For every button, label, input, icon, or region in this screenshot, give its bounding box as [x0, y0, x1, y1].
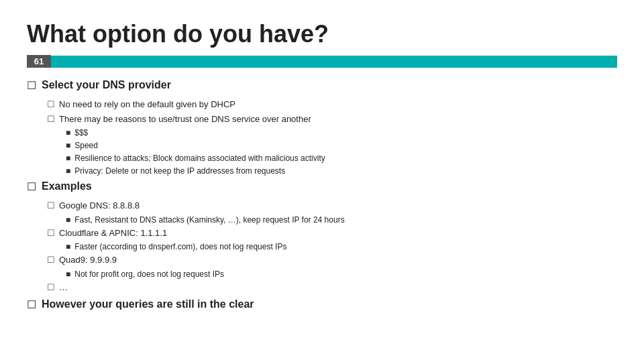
slide-title: What option do you have?: [27, 20, 617, 48]
section1-subitem1-bullet: ■: [66, 127, 70, 139]
section2-label: Examples: [42, 178, 92, 194]
section2-item2-subitem1-bullet: ■: [66, 241, 70, 253]
section1-subitem2-bullet: ■: [66, 139, 70, 152]
section2-item3-subitems: ■ Not for profit org, does not log reque…: [66, 268, 617, 280]
section1-subitem2-text: Speed: [74, 139, 98, 152]
section1-item1-bullet: ☐: [47, 98, 55, 111]
section2-item1-subitem1: ■ Fast, Resistant to DNS attacks (Kamins…: [66, 214, 617, 226]
section1-item1-text: No need to rely on the default given by …: [59, 98, 235, 111]
section2-bullet: ☐: [27, 179, 36, 195]
content-area: ☐ Select your DNS provider ☐ No need to …: [27, 77, 617, 313]
section2-items: ☐ Google DNS: 8.8.8.8 ■ Fast, Resistant …: [47, 199, 617, 294]
section1-subitem4-text: Privacy: Delete or not keep the IP addre…: [74, 165, 285, 177]
section2-item1-subitems: ■ Fast, Resistant to DNS attacks (Kamins…: [66, 214, 617, 226]
section2-item2-bullet: ☐: [47, 227, 55, 240]
section2-item1-subitem1-bullet: ■: [66, 214, 70, 226]
section2-item4: ☐ …: [47, 281, 617, 294]
section1-subitem4: ■ Privacy: Delete or not keep the IP add…: [66, 165, 617, 177]
section3-label: However your queries are still in the cl…: [42, 296, 254, 312]
section2-item2-text: Cloudflare & APNIC: 1.1.1.1: [59, 227, 167, 240]
section2-item3: ☐ Quad9: 9.9.9.9: [47, 253, 617, 267]
section2-item3-text: Quad9: 9.9.9.9: [59, 253, 117, 267]
section2-item2-subitems: ■ Faster (according to dnsperf.com), doe…: [66, 241, 617, 253]
teal-bar: [51, 56, 617, 68]
section1-item2-text: There may be reasons to use/trust one DN…: [59, 113, 311, 126]
section1-subitem1: ■ $$$: [66, 127, 617, 139]
section1-subitem3-bullet: ■: [66, 152, 70, 164]
slide-number: 61: [27, 55, 51, 68]
section2-item2-subitem1: ■ Faster (according to dnsperf.com), doe…: [66, 241, 617, 253]
section1-subitem3-text: Resilience to attacks; Block domains ass…: [74, 152, 325, 164]
section1-items: ☐ No need to rely on the default given b…: [47, 98, 617, 177]
section2-header: ☐ Examples: [27, 178, 617, 195]
section2-item2-subitem1-text: Faster (according to dnsperf.com), does …: [74, 241, 286, 253]
section2-item3-bullet: ☐: [47, 253, 55, 267]
section2-item3-subitem1-text: Not for profit org, does not log request…: [74, 268, 224, 280]
section1-subitem4-bullet: ■: [66, 165, 70, 177]
section1-subitem1-text: $$$: [74, 127, 88, 139]
section1-label: Select your DNS provider: [42, 77, 171, 93]
section2-item1-subitem1-text: Fast, Resistant to DNS attacks (Kaminsky…: [74, 214, 344, 226]
section2-item3-subitem1: ■ Not for profit org, does not log reque…: [66, 268, 617, 280]
section2-item1-bullet: ☐: [47, 199, 55, 213]
section1-item1: ☐ No need to rely on the default given b…: [47, 98, 617, 111]
slide: What option do you have? 61 ☐ Select you…: [0, 0, 644, 362]
section1-bullet: ☐: [27, 78, 36, 94]
section2-item4-text: …: [59, 281, 68, 294]
section1-item2: ☐ There may be reasons to use/trust one …: [47, 113, 617, 126]
section1-subitem3: ■ Resilience to attacks; Block domains a…: [66, 152, 617, 164]
section2-item1: ☐ Google DNS: 8.8.8.8: [47, 199, 617, 213]
section2-item1-text: Google DNS: 8.8.8.8: [59, 199, 140, 213]
section2-item4-bullet: ☐: [47, 281, 55, 294]
section1-subitem2: ■ Speed: [66, 139, 617, 152]
section2-item3-subitem1-bullet: ■: [66, 268, 70, 280]
section1-item2-subitems: ■ $$$ ■ Speed ■ Resilience to attacks; B…: [66, 127, 617, 177]
slide-number-bar: 61: [27, 55, 617, 68]
section3-bullet: ☐: [27, 297, 36, 313]
section2-item2: ☐ Cloudflare & APNIC: 1.1.1.1: [47, 227, 617, 240]
section1-item2-bullet: ☐: [47, 113, 55, 126]
section1-header: ☐ Select your DNS provider: [27, 77, 617, 94]
section3-header: ☐ However your queries are still in the …: [27, 296, 617, 313]
